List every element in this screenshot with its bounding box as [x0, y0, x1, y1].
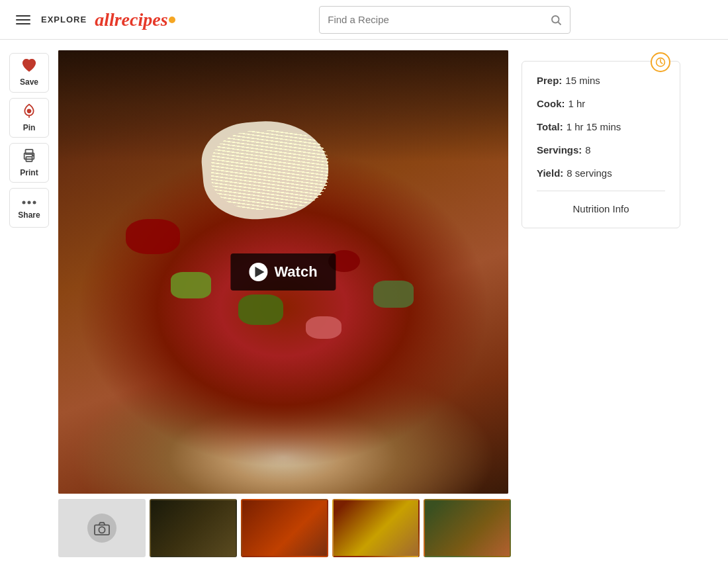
- info-card: Prep: 15 mins Cook: 1 hr Total: 1 hr 15 …: [522, 61, 680, 228]
- svg-point-8: [23, 201, 26, 204]
- svg-point-10: [33, 201, 36, 204]
- cook-row: Cook: 1 hr: [537, 98, 665, 109]
- svg-line-1: [559, 22, 561, 24]
- divider: [537, 191, 665, 191]
- total-value: 1 hr 15 mins: [567, 121, 621, 132]
- thumbnail-camera[interactable]: [58, 499, 146, 557]
- hamburger-menu-icon[interactable]: [13, 13, 33, 27]
- thumbnail-1-inner: [151, 500, 236, 556]
- header-left: EXPLORE allrecipes: [13, 9, 175, 30]
- printer-icon: [22, 148, 36, 165]
- yield-label: Yield:: [537, 167, 563, 179]
- print-label: Print: [20, 168, 38, 177]
- pin-icon: [23, 103, 36, 120]
- svg-point-9: [28, 201, 31, 204]
- camera-icon: [87, 514, 116, 543]
- main-image: Watch: [58, 50, 508, 494]
- total-row: Total: 1 hr 15 mins: [537, 121, 665, 132]
- save-button[interactable]: Save: [9, 53, 49, 93]
- header: EXPLORE allrecipes: [0, 0, 728, 40]
- total-label: Total:: [537, 121, 563, 132]
- svg-point-0: [552, 16, 559, 23]
- yield-row: Yield: 8 servings: [537, 167, 665, 179]
- image-panel-row: Watch: [58, 50, 728, 557]
- thumbnail-4[interactable]: [424, 499, 511, 557]
- right-panel: Prep: 15 mins Cook: 1 hr Total: 1 hr 15 …: [522, 61, 680, 228]
- save-label: Save: [20, 77, 38, 87]
- clock-icon: [651, 52, 670, 72]
- content-area: Watch: [58, 40, 728, 557]
- nutrition-info-link[interactable]: Nutrition Info: [537, 203, 665, 214]
- thumbnail-strip: [58, 499, 508, 557]
- yield-value: 8 servings: [567, 167, 612, 179]
- servings-value: 8: [585, 144, 590, 156]
- image-section: Watch: [58, 50, 508, 557]
- logo-link[interactable]: allrecipes: [95, 9, 175, 30]
- prep-value: 15 mins: [565, 75, 600, 86]
- thumbnail-1[interactable]: [150, 499, 237, 557]
- watch-button[interactable]: Watch: [230, 253, 336, 291]
- search-input[interactable]: [328, 14, 545, 25]
- search-bar[interactable]: [319, 6, 570, 34]
- thumbnail-4-inner: [425, 500, 510, 556]
- servings-label: Servings:: [537, 144, 582, 156]
- prep-row: Prep: 15 mins: [537, 75, 665, 86]
- print-button[interactable]: Print: [9, 143, 49, 183]
- main-container: Save Pin Print: [0, 40, 728, 557]
- pin-label: Pin: [23, 123, 36, 132]
- watch-label: Watch: [274, 263, 317, 281]
- share-label: Share: [18, 210, 40, 220]
- svg-point-7: [32, 155, 34, 156]
- share-button[interactable]: Share: [9, 188, 49, 228]
- cook-value: 1 hr: [569, 98, 586, 109]
- share-dots-icon: [22, 196, 36, 208]
- thumbnail-2[interactable]: [241, 499, 328, 557]
- prep-label: Prep:: [537, 75, 562, 86]
- svg-point-2: [28, 109, 31, 112]
- pin-button[interactable]: Pin: [9, 98, 49, 138]
- svg-line-15: [660, 62, 662, 64]
- explore-label: EXPLORE: [41, 15, 87, 24]
- logo-dot-icon: [169, 17, 175, 23]
- logo-text: allrecipes: [95, 9, 167, 30]
- search-icon: [550, 14, 562, 26]
- svg-point-12: [99, 527, 105, 533]
- thumbnail-3-inner: [334, 500, 418, 556]
- servings-row: Servings: 8: [537, 144, 665, 156]
- sidebar: Save Pin Print: [0, 40, 58, 557]
- cook-label: Cook:: [537, 98, 565, 109]
- thumbnail-2-inner: [242, 500, 327, 556]
- play-triangle: [255, 267, 264, 277]
- heart-icon: [22, 59, 36, 75]
- thumbnail-3[interactable]: [332, 499, 420, 557]
- thumbnail-camera-inner: [60, 500, 144, 556]
- play-icon: [249, 263, 267, 281]
